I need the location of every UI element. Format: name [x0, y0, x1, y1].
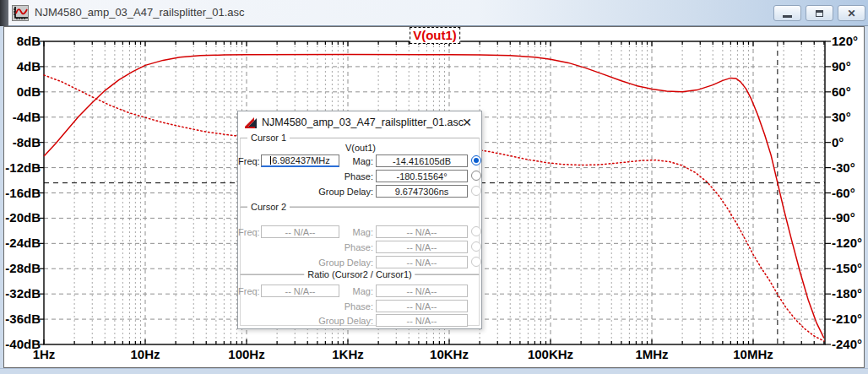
cursor1-phase-value[interactable]: -180.51564° — [376, 170, 468, 182]
cursor2-group-delay-value: -- N/A-- — [376, 256, 468, 268]
ratio-phase-value: -- N/A-- — [376, 300, 468, 312]
waveform-icon — [12, 5, 29, 21]
svg-text:1Hz: 1Hz — [33, 347, 56, 361]
cursor1-group-delay-value[interactable]: 9.6747306ns — [376, 185, 468, 198]
svg-text:-28dB: -28dB — [5, 261, 41, 275]
svg-text:60°: 60° — [832, 84, 851, 99]
close-button[interactable]: ✕ — [838, 5, 865, 21]
svg-text:-150°: -150° — [832, 261, 862, 275]
svg-text:100KHz: 100KHz — [528, 347, 573, 361]
cursor2-group-delay-label: Group Delay: — [289, 257, 373, 268]
window-frame-bottom — [0, 368, 868, 374]
ratio-legend: Ratio (Cursor2 / Cursor1) — [304, 269, 415, 279]
cursor2-phase-value: -- N/A-- — [376, 241, 468, 253]
svg-text:120°: 120° — [832, 34, 858, 48]
cursor1-group-delay-label: Group Delay: — [289, 187, 373, 197]
svg-text:-16dB: -16dB — [5, 186, 41, 200]
cursor2-phase-label: Phase: — [289, 242, 373, 252]
cursor2-mag-radio — [471, 226, 481, 236]
svg-text:10KHz: 10KHz — [430, 347, 469, 361]
svg-text:-12dB: -12dB — [5, 160, 41, 175]
cursor2-mag-label: Mag: — [289, 227, 373, 237]
cursor1-phase-radio[interactable] — [471, 171, 481, 181]
svg-text:-32dB: -32dB — [5, 286, 41, 301]
cursor-dialog-titlebar[interactable]: NJM4580_amp_03_A47_railsplitter_01.asc ✕ — [238, 111, 481, 134]
svg-text:-30°: -30° — [832, 160, 855, 175]
cursor1-phase-label: Phase: — [289, 171, 373, 182]
ratio-group-delay-value: -- N/A-- — [376, 314, 468, 327]
cursor1-freq-label: Freq: — [238, 156, 259, 166]
ratio-freq-label: Freq: — [238, 286, 259, 296]
ratio-mag-label: Mag: — [289, 286, 373, 296]
svg-text:0dB: 0dB — [17, 84, 41, 99]
cursor2-mag-value: -- N/A-- — [376, 225, 468, 238]
cursor1-trace-name: V(out1) — [314, 143, 407, 153]
svg-text:-20dB: -20dB — [5, 210, 41, 225]
cursor1-mag-radio[interactable] — [471, 155, 481, 165]
svg-text:0°: 0° — [832, 135, 844, 149]
svg-text:-180°: -180° — [832, 286, 862, 301]
svg-text:100Hz: 100Hz — [228, 347, 264, 361]
svg-text:-90°: -90° — [832, 210, 855, 225]
cursor1-mag-value[interactable]: -14.416105dB — [376, 154, 468, 167]
cursor2-phase-radio — [471, 241, 481, 252]
svg-text:-60°: -60° — [832, 186, 855, 200]
window-titlebar[interactable]: NJM4580_amp_03_A47_railsplitter_01.asc ✕ — [0, 0, 868, 26]
svg-text:1MHz: 1MHz — [635, 347, 668, 361]
svg-text:30°: 30° — [832, 110, 851, 124]
svg-text:-4dB: -4dB — [13, 110, 41, 124]
svg-text:1KHz: 1KHz — [332, 347, 364, 361]
cursor1-legend: Cursor 1 — [247, 133, 290, 143]
cursor1-mag-label: Mag: — [289, 156, 373, 166]
minimize-icon — [783, 15, 792, 18]
ltspice-window: { "window": { "title": "NJM4580_amp_03_A… — [0, 0, 868, 374]
svg-text:-24dB: -24dB — [5, 236, 41, 250]
window-frame-right — [865, 26, 868, 374]
ltspice-logo-icon — [244, 116, 258, 129]
cursor2-freq-label: Freq: — [238, 227, 259, 237]
svg-text:10Hz: 10Hz — [130, 347, 160, 361]
window-frame-left — [0, 26, 3, 374]
svg-text:90°: 90° — [832, 59, 851, 73]
y-left-labels: 8dB4dB0dB-4dB-8dB-12dB-16dB-20dB-24dB-28… — [5, 34, 41, 351]
svg-text:4dB: 4dB — [17, 59, 41, 73]
ratio-group-delay-label: Group Delay: — [289, 316, 373, 326]
svg-text:-8dB: -8dB — [13, 135, 41, 149]
close-icon: ✕ — [847, 8, 855, 19]
cursor2-group-delay-radio — [471, 257, 481, 267]
trace-label[interactable]: V(out1) — [410, 27, 460, 44]
ratio-phase-label: Phase: — [289, 301, 373, 312]
svg-text:-120°: -120° — [832, 236, 862, 250]
svg-text:8dB: 8dB — [17, 34, 41, 48]
minimize-button[interactable] — [773, 5, 801, 21]
y-right-labels: 120°90°60°30°0°-30°-60°-90°-120°-150°-18… — [832, 34, 862, 351]
x-axis-labels: 1Hz10Hz100Hz1KHz10KHz100KHz1MHz10MHz — [33, 347, 773, 361]
text-caret — [270, 156, 271, 165]
restore-button[interactable] — [806, 5, 833, 21]
cursor-dialog-title: NJM4580_amp_03_A47_railsplitter_01.asc — [262, 117, 464, 128]
titlebar-corner-strip — [0, 0, 8, 26]
window-title: NJM4580_amp_03_A47_railsplitter_01.asc — [35, 6, 245, 19]
ratio-mag-value: -- N/A-- — [376, 285, 468, 297]
svg-text:-36dB: -36dB — [5, 312, 41, 326]
restore-icon — [816, 10, 823, 17]
svg-text:-240°: -240° — [832, 337, 862, 351]
cursor1-group-delay-radio — [471, 186, 481, 196]
cursor-dialog[interactable]: NJM4580_amp_03_A47_railsplitter_01.asc ✕… — [237, 111, 482, 329]
svg-text:10MHz: 10MHz — [733, 347, 773, 361]
cursor2-legend: Cursor 2 — [247, 202, 290, 212]
cursor-dialog-close-button[interactable]: ✕ — [459, 115, 475, 130]
svg-text:-210°: -210° — [832, 312, 862, 326]
